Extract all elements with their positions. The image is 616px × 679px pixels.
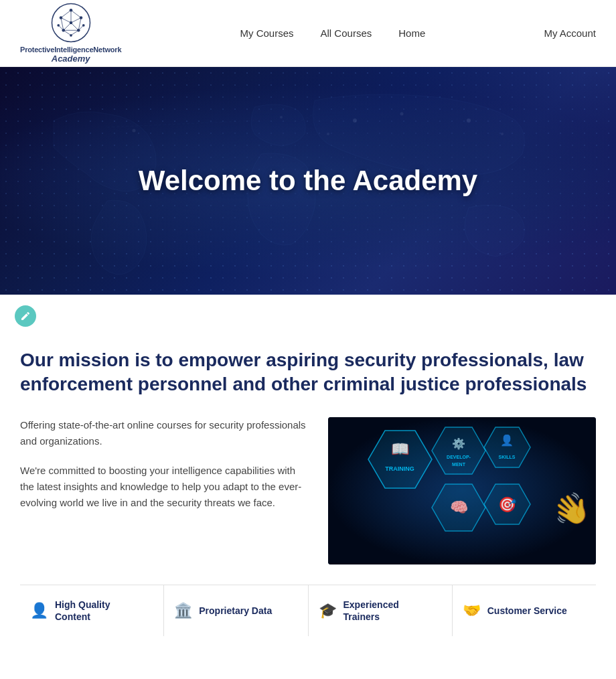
service-icon: 🤝 — [463, 602, 481, 619]
mission-heading: Our mission is to empower aspiring secur… — [20, 348, 596, 397]
svg-text:MENT: MENT — [452, 462, 466, 467]
para-1: Offering state-of-the-art online courses… — [20, 417, 308, 449]
proprietary-label: Proprietary Data — [199, 605, 272, 617]
pencil-icon — [20, 311, 31, 321]
svg-point-28 — [353, 119, 357, 123]
trainers-icon: 🎓 — [319, 602, 337, 619]
svg-line-14 — [71, 23, 78, 30]
left-column: Offering state-of-the-art online courses… — [20, 417, 308, 524]
logo-icon — [51, 3, 91, 43]
svg-text:DEVELOP-: DEVELOP- — [447, 455, 471, 459]
para-2: We're committed to boosting your intelli… — [20, 463, 308, 511]
svg-text:SKILLS: SKILLS — [499, 455, 516, 459]
trainers-label: ExperiencedTrainers — [343, 599, 399, 623]
svg-point-30 — [400, 112, 404, 116]
mission-section: Our mission is to empower aspiring secur… — [0, 335, 616, 656]
main-nav: My Courses All Courses Home — [240, 27, 426, 39]
feature-quality: 👤 High QualityContent — [20, 585, 164, 636]
svg-text:🧠: 🧠 — [450, 498, 469, 516]
edit-button[interactable] — [15, 305, 36, 327]
service-label: Customer Service — [487, 605, 567, 617]
nav-my-courses[interactable]: My Courses — [240, 27, 294, 39]
svg-line-13 — [71, 18, 81, 23]
proprietary-icon: 🏛️ — [174, 602, 192, 619]
svg-line-7 — [71, 10, 81, 17]
svg-point-34 — [133, 129, 136, 133]
nav-home[interactable]: Home — [398, 27, 425, 39]
quality-label: High QualityContent — [55, 599, 110, 623]
training-image: 📖 TRAINING ⚙️ DEVELOP- MENT 👤 SKILLS 🧠 — [328, 417, 596, 564]
svg-point-29 — [327, 133, 329, 135]
feature-trainers: 🎓 ExperiencedTrainers — [309, 585, 453, 636]
content-columns: Offering state-of-the-art online courses… — [20, 417, 596, 564]
svg-line-16 — [61, 18, 71, 23]
svg-text:📖: 📖 — [391, 440, 410, 458]
feature-proprietary: 🏛️ Proprietary Data — [164, 585, 308, 636]
site-header: ProtectiveIntelligenceNetwork Academy My… — [0, 0, 616, 67]
svg-line-15 — [63, 23, 70, 30]
quality-icon: 👤 — [30, 602, 48, 619]
svg-line-23 — [63, 30, 70, 35]
svg-point-33 — [501, 133, 504, 135]
svg-line-22 — [71, 30, 78, 35]
training-hexagons: 📖 TRAINING ⚙️ DEVELOP- MENT 👤 SKILLS 🧠 — [328, 417, 596, 564]
logo[interactable]: ProtectiveIntelligenceNetwork Academy — [20, 3, 121, 64]
features-bar: 👤 High QualityContent 🏛️ Proprietary Dat… — [20, 585, 596, 636]
edit-row — [0, 295, 616, 335]
nav-all-courses[interactable]: All Courses — [321, 27, 372, 39]
svg-text:TRAINING: TRAINING — [385, 465, 414, 472]
svg-point-31 — [280, 116, 283, 119]
my-account-link[interactable]: My Account — [544, 27, 596, 39]
logo-name: ProtectiveIntelligenceNetwork — [20, 46, 121, 54]
svg-text:🎯: 🎯 — [498, 496, 517, 514]
hero-title: Welcome to the Academy — [139, 165, 477, 197]
right-column: 📖 TRAINING ⚙️ DEVELOP- MENT 👤 SKILLS 🧠 — [328, 417, 596, 564]
svg-text:👤: 👤 — [500, 434, 514, 447]
svg-text:⚙️: ⚙️ — [452, 437, 465, 450]
logo-subtitle: Academy — [52, 54, 90, 64]
hero-banner: Welcome to the Academy — [0, 67, 616, 295]
svg-line-8 — [61, 10, 71, 17]
feature-service: 🤝 Customer Service — [453, 585, 596, 636]
svg-point-32 — [467, 119, 471, 123]
